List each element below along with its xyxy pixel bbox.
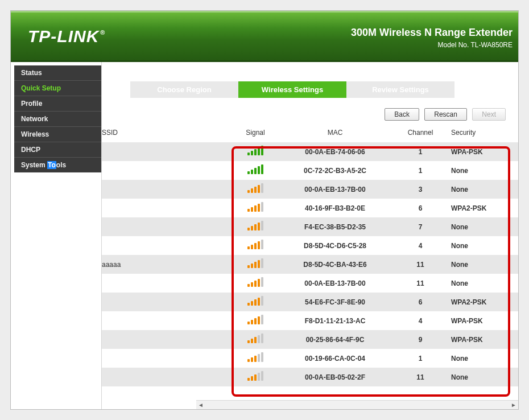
cell-channel: 9 [392,330,449,349]
signal-bars-icon [247,240,263,249]
table-row[interactable]: 00-0A-EB-13-7B-003None [102,180,518,199]
table-row[interactable]: D8-5D-4C-D6-C5-284None [102,236,518,255]
cell-channel: 3 [392,180,449,199]
step-choose-region[interactable]: Choose Region [130,81,238,98]
cell-signal [233,161,278,180]
table-row[interactable]: 00-25-86-64-4F-9C9WPA-PSK [102,330,518,349]
cell-security: None [449,180,518,199]
cell-signal [233,349,278,368]
cell-ssid [102,180,233,199]
table-row[interactable]: 00-0A-EB-74-06-061WPA-PSK [102,142,518,161]
table-row[interactable]: F8-D1-11-21-13-AC4WPA-PSK [102,311,518,330]
next-button[interactable]: Next [472,108,506,121]
signal-bars-icon [247,165,263,174]
signal-bars-icon [247,184,263,193]
nav-wireless[interactable]: Wireless [14,126,101,142]
cell-security: WPA-PSK [449,311,518,330]
horizontal-scrollbar[interactable]: ◄ ► [196,400,518,409]
signal-bars-icon [247,278,263,287]
nav-network[interactable]: Network [14,111,101,126]
cell-mac: D8-5D-4C-D6-C5-28 [278,236,392,255]
table-row[interactable]: 00-0A-EB-05-02-2F11None [102,368,518,386]
signal-bars-icon [247,353,263,362]
cell-ssid [102,311,233,330]
cell-signal [233,180,278,199]
cell-signal [233,199,278,217]
nav-system-tools[interactable]: System Tools [14,157,101,172]
cell-ssid [102,161,233,180]
cell-signal [233,142,278,161]
cell-mac: D8-5D-4C-BA-43-E6 [278,255,392,274]
cell-channel: 6 [392,199,449,217]
header: TP-LINK® 300M Wireless N Range Extender … [11,11,518,62]
wizard-stepper: Choose RegionWireless SettingsReview Set… [130,81,518,98]
cell-security: WPA-PSK [449,142,518,161]
logo: TP-LINK® [28,27,104,46]
nav-profile[interactable]: Profile [14,96,101,111]
cell-security: None [449,274,518,293]
cell-channel: 11 [392,274,449,293]
signal-bars-icon [247,203,263,212]
cell-mac: 00-0A-EB-13-7B-00 [278,180,392,199]
col-channel: Channel [392,125,449,142]
cell-security: None [449,236,518,255]
col-mac: MAC [278,125,392,142]
cell-ssid [102,142,233,161]
table-row[interactable]: 00-0A-EB-13-7B-0011None [102,274,518,293]
table-row[interactable]: F4-EC-38-B5-D2-357None [102,217,518,236]
cell-channel: 1 [392,161,449,180]
signal-bars-icon [247,334,263,343]
table-row[interactable]: aaaaaD8-5D-4C-BA-43-E611None [102,255,518,274]
cell-security: WPA2-PSK [449,199,518,217]
cell-mac: F4-EC-38-B5-D2-35 [278,217,392,236]
scroll-left-icon[interactable]: ◄ [196,401,205,410]
back-button[interactable]: Back [385,108,419,121]
rescan-button[interactable]: Rescan [424,108,467,121]
cell-channel: 7 [392,217,449,236]
cell-security: WPA2-PSK [449,293,518,311]
cell-ssid [102,330,233,349]
step-review-settings[interactable]: Review Settings [346,81,454,98]
cell-mac: F8-D1-11-21-13-AC [278,311,392,330]
signal-bars-icon [247,259,263,268]
table-row[interactable]: 0C-72-2C-B3-A5-2C1None [102,161,518,180]
table-row[interactable]: 40-16-9F-B3-B2-0E6WPA2-PSK [102,199,518,217]
nav-status[interactable]: Status [14,65,101,80]
cell-channel: 11 [392,255,449,274]
cell-signal [233,311,278,330]
table-row[interactable]: 54-E6-FC-3F-8E-906WPA2-PSK [102,293,518,311]
cell-channel: 11 [392,368,449,386]
cell-mac: 0C-72-2C-B3-A5-2C [278,161,392,180]
nav-dhcp[interactable]: DHCP [14,142,101,157]
cell-mac: 00-0A-EB-13-7B-00 [278,274,392,293]
cell-channel: 4 [392,236,449,255]
col-ssid: SSID [102,125,233,142]
signal-bars-icon [247,372,263,381]
signal-bars-icon [247,315,263,324]
cell-channel: 6 [392,293,449,311]
table-row[interactable]: 00-19-66-CA-0C-041None [102,349,518,368]
cell-signal [233,368,278,386]
cell-signal [233,274,278,293]
cell-ssid [102,274,233,293]
cell-ssid [102,293,233,311]
button-row: Back Rescan Next [102,106,518,125]
signal-bars-icon [247,221,263,230]
step-wireless-settings[interactable]: Wireless Settings [238,81,346,98]
cell-security: None [449,368,518,386]
signal-bars-icon [247,297,263,306]
signal-bars-icon [247,146,263,155]
cell-signal [233,217,278,236]
cell-mac: 00-0A-EB-74-06-06 [278,142,392,161]
cell-signal [233,236,278,255]
cell-ssid: aaaaa [102,255,233,274]
cell-signal [233,330,278,349]
cell-mac: 00-19-66-CA-0C-04 [278,349,392,368]
cell-channel: 1 [392,349,449,368]
scroll-right-icon[interactable]: ► [509,401,518,410]
cell-mac: 00-25-86-64-4F-9C [278,330,392,349]
nav-quick-setup[interactable]: Quick Setup [14,80,101,96]
cell-channel: 4 [392,311,449,330]
cell-channel: 1 [392,142,449,161]
cell-ssid [102,368,233,386]
